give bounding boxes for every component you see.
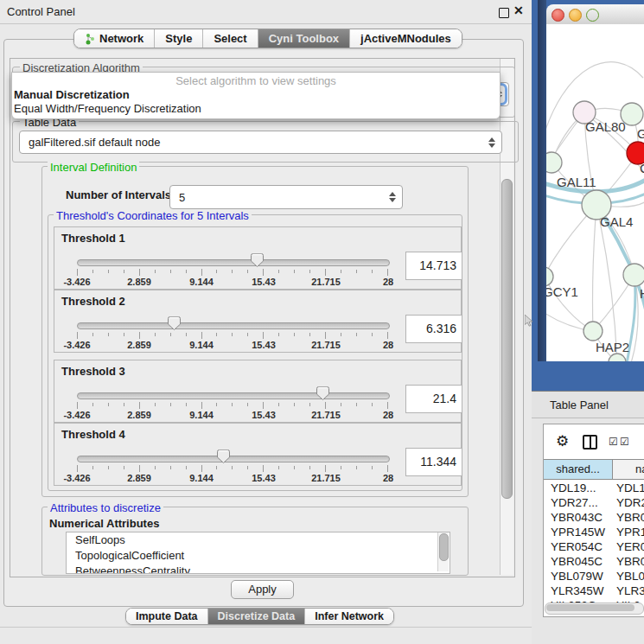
table-row[interactable]: YLR345WYLR3 <box>544 583 644 598</box>
network-node[interactable] <box>609 354 626 361</box>
horizontal-scrollbar-thumb[interactable] <box>546 604 634 611</box>
window-shadow <box>538 0 546 361</box>
scale-label: 15.43 <box>252 340 276 350</box>
dropdown-item[interactable]: Manual Discretization <box>14 88 130 101</box>
tab-label: Select <box>214 32 246 45</box>
table-row[interactable]: YER054CYER0 <box>544 539 644 554</box>
slider-track[interactable] <box>77 259 390 266</box>
tab-select[interactable]: Select <box>203 29 258 48</box>
column-header-name[interactable]: na <box>613 460 644 479</box>
combo-value: galFiltered.sif default node <box>20 136 485 149</box>
dropdown-placeholder: Select algorithm to view settings <box>12 74 500 87</box>
node-label: HAP2 <box>596 340 629 354</box>
slider-scale: -3.4262.8599.14415.4321.71528 <box>77 473 388 483</box>
cell-shared-name: YBL079W <box>551 570 603 583</box>
network-node[interactable] <box>546 267 553 286</box>
columns-icon[interactable] <box>583 435 597 450</box>
tab-network[interactable]: Network <box>74 29 155 48</box>
window-title: Control Panel <box>7 5 75 18</box>
tab-cyni-toolbox[interactable]: Cyni Toolbox <box>258 29 350 48</box>
algorithm-dropdown-popup: Select algorithm to view settings Manual… <box>11 72 501 119</box>
network-window-titlebar[interactable] <box>546 4 644 25</box>
tab-jactivemnodules[interactable]: jActiveMNodules <box>350 29 462 48</box>
scale-label: -3.426 <box>63 410 90 420</box>
cyni-mode-tabs: Impute DataDiscretize DataInfer Network <box>125 608 394 625</box>
tab-impute-data[interactable]: Impute Data <box>126 609 208 624</box>
minimize-traffic-light[interactable] <box>569 9 582 22</box>
num-intervals-combobox[interactable]: 5 <box>169 185 403 209</box>
mouse-cursor <box>525 315 533 327</box>
threshold-label: Threshold 3 <box>61 365 125 378</box>
slider-ticks <box>77 332 388 340</box>
group-label: Interval Definition <box>48 161 139 174</box>
network-node[interactable] <box>583 322 603 341</box>
node-label: GAL11 <box>557 175 596 189</box>
tab-infer-network[interactable]: Infer Network <box>305 609 393 624</box>
table-row[interactable]: YBR043CYBR0 <box>544 510 644 525</box>
threshold-value-field[interactable]: 6.316 <box>405 315 462 343</box>
attribute-list-item[interactable]: SelfLoops <box>67 532 450 548</box>
threshold-value-field[interactable]: 11.344 <box>405 448 462 476</box>
network-node[interactable] <box>623 264 644 286</box>
table-row[interactable]: YDL19...YDL1 <box>544 481 644 495</box>
table-row[interactable]: YBR045CYBR0 <box>544 554 644 569</box>
scale-label: 9.144 <box>189 340 214 350</box>
vertical-scrollbar-thumb[interactable] <box>501 179 513 499</box>
cell-name: YER0 <box>616 540 644 553</box>
group-label: Threshold's Coordinates for 5 Intervals <box>54 209 252 222</box>
scale-label: -3.426 <box>63 473 90 483</box>
threshold-value-field[interactable]: 21.4 <box>405 385 462 413</box>
checkbox-icon[interactable]: ☑ <box>609 436 618 448</box>
node-label: GCY1 <box>546 284 578 299</box>
column-header-shared-name[interactable]: shared... <box>544 460 613 479</box>
scale-label: 28 <box>383 473 393 483</box>
float-window-icon[interactable] <box>499 8 509 18</box>
attribute-list-item[interactable]: BetweennessCentrality <box>67 564 450 574</box>
cell-name: YBL0 <box>616 570 644 583</box>
combo-stepper[interactable] <box>386 188 399 207</box>
cell-name: YPR1 <box>616 526 644 539</box>
scale-label: 15.43 <box>252 473 276 483</box>
gear-icon[interactable]: ⚙ <box>556 432 569 450</box>
tab-label: Style <box>165 32 192 45</box>
table-row[interactable]: YDR27...YDR2 <box>544 495 644 510</box>
cell-name: YLR3 <box>616 584 644 597</box>
dropdown-item[interactable]: Equal Width/Frequency Discretization <box>14 102 201 115</box>
combo-stepper[interactable] <box>485 134 498 151</box>
attributes-list-scrollbar-thumb[interactable] <box>439 533 449 561</box>
tab-style[interactable]: Style <box>155 29 203 48</box>
slider-track[interactable] <box>77 392 390 399</box>
num-intervals-label: Number of Intervals <box>66 188 171 201</box>
apply-button[interactable]: Apply <box>231 580 294 599</box>
table-row[interactable]: YBL079WYBL0 <box>544 569 644 583</box>
tab-label: Impute Data <box>136 610 198 622</box>
scale-label: 2.859 <box>127 473 151 483</box>
network-canvas[interactable]: GAL80GACGAL11GAL4GCY1HHAP2 <box>546 24 644 361</box>
attribute-list-item[interactable]: TopologicalCoefficient <box>67 548 450 564</box>
tab-label: Network <box>99 32 143 45</box>
combo-value: 5 <box>170 191 386 204</box>
scale-label: 21.715 <box>311 340 341 350</box>
network-node[interactable] <box>546 152 562 173</box>
close-traffic-light[interactable] <box>552 9 564 22</box>
scale-label: 9.144 <box>189 277 214 287</box>
table-header-row: shared... na <box>544 459 644 480</box>
slider-track[interactable] <box>77 456 390 462</box>
divider <box>0 627 532 628</box>
slider-track[interactable] <box>77 322 390 329</box>
cell-name: YDL1 <box>616 481 644 494</box>
zoom-traffic-light[interactable] <box>586 9 599 22</box>
tab-discretize-data[interactable]: Discretize Data <box>208 609 306 624</box>
close-icon[interactable]: ✕ <box>513 3 524 17</box>
table-data-combobox[interactable]: galFiltered.sif default node <box>19 131 502 154</box>
attributes-list[interactable]: SelfLoopsTopologicalCoefficientBetweenne… <box>66 532 450 574</box>
table-row[interactable]: YPR145WYPR1 <box>544 525 644 539</box>
node-label: H <box>640 286 644 301</box>
scale-label: 21.715 <box>311 473 341 483</box>
slider-scale: -3.4262.8599.14415.4321.71528 <box>77 340 388 350</box>
control-panel-tabs: NetworkStyleSelectCyni ToolboxjActiveMNo… <box>73 29 462 48</box>
threshold-value-field[interactable]: 14.713 <box>405 252 462 280</box>
checkbox-icon[interactable]: ☑ <box>620 436 629 448</box>
divider <box>0 23 532 24</box>
scale-label: 21.715 <box>311 277 341 287</box>
